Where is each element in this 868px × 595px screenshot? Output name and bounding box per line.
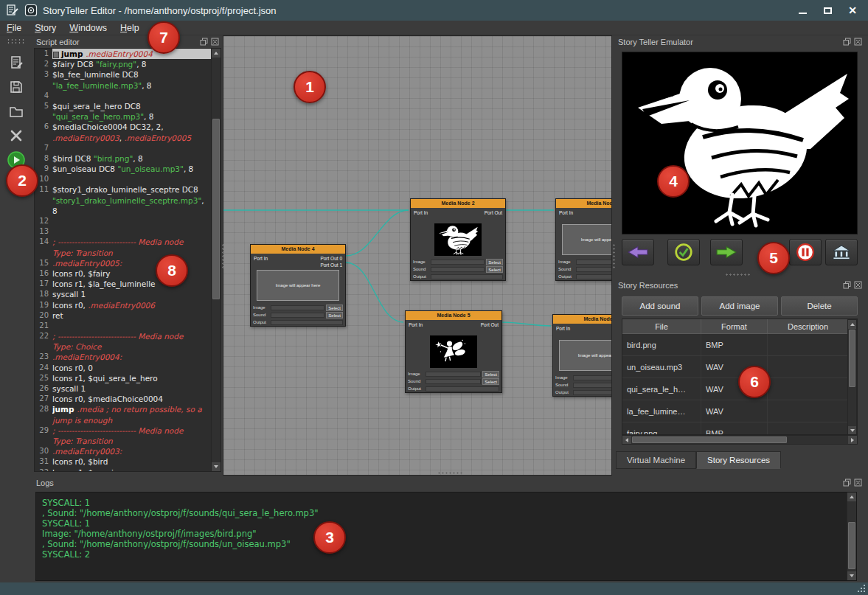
scroll-right-button[interactable] [848,436,857,444]
storyteller-editor-window: StoryTeller Editor - /home/anthony/ostpr… [0,0,868,595]
graph-node[interactable]: Media Node 2Port InPort OutImageSelectSo… [410,198,506,281]
port-out[interactable]: Port Out 0 [320,255,342,262]
table-row[interactable]: la_fee_lumine…WAV [622,400,857,422]
node-field-label: Image [408,372,424,376]
logs-output[interactable]: SYSCALL: 1, Sound: "/home/anthony/ostpro… [35,492,857,581]
window-title: StoryTeller Editor - /home/anthony/ostpr… [43,5,791,16]
port-in[interactable]: Port In [556,325,570,332]
node-field-row: SoundSelect [558,265,612,273]
graph-node[interactable]: Media Node 5Port InPort OutImageSelectSo… [405,310,502,393]
script-editor[interactable]: 1jump .mediaEntry00042$fairy DC8 "fairy.… [34,48,221,472]
tab-virtual-machine[interactable]: Virtual Machine [616,451,696,469]
close-button[interactable]: ✕ [846,4,859,16]
delete-button[interactable] [5,125,27,146]
open-project-button[interactable] [5,101,27,122]
scroll-left-button[interactable] [622,436,631,444]
code-text: "story1_drako_luminelle_sceptre.mp3", [52,195,211,206]
new-script-button[interactable] [5,52,27,73]
code-line: Type: Choice [35,341,211,352]
splitter-right-column[interactable] [725,273,750,276]
scroll-up-button[interactable] [848,320,856,329]
titlebar[interactable]: StoryTeller Editor - /home/anthony/ostpr… [0,0,868,21]
node-select-button[interactable]: Select [486,266,503,273]
line-number: 3 [35,69,52,80]
table-row[interactable]: bird.pngBMP [622,334,857,356]
node-title[interactable]: Media Node 3 [556,199,612,208]
table-vertical-scrollbar[interactable] [847,319,857,435]
column-header-description[interactable]: Description [768,319,849,333]
node-field-label: Image [558,260,574,264]
tab-story-resources[interactable]: Story Resources [696,451,781,469]
menu-windows[interactable]: Windows [63,22,114,34]
undock-icon[interactable] [843,281,851,289]
menu-story[interactable]: Story [28,22,63,34]
column-header-format[interactable]: Format [701,319,768,333]
resize-grip[interactable] [857,584,865,592]
code-text: syscall 1 [52,383,211,394]
undock-icon[interactable] [843,38,851,46]
code-line: 2$fairy DC8 "fairy.png", 8 [35,59,211,69]
add-image-button[interactable]: Add image [701,296,778,316]
scrollbar-thumb[interactable] [212,119,220,299]
toolbar-drag-handle[interactable] [7,38,26,44]
table-row[interactable]: fairy.pngBMP [622,422,857,435]
node-select-button[interactable]: Select [482,371,499,377]
graph-node[interactable]: Media Node 6Port InPort OutImage will ap… [552,314,612,397]
node-title[interactable]: Media Node 2 [411,199,505,208]
port-out[interactable]: Port Out [485,209,502,216]
close-panel-icon[interactable] [211,38,219,46]
node-title[interactable]: Media Node 5 [406,311,501,320]
menu-file[interactable]: File [0,22,28,34]
graph-node[interactable]: Media Node 4Port InPort Out 0Port Out 1I… [250,244,346,327]
delete-button[interactable]: Delete [781,296,858,316]
graph-node[interactable]: Media Node 3Port InPort OutImage will ap… [555,198,612,281]
scroll-down-button[interactable] [847,571,856,580]
save-button[interactable] [5,77,27,97]
minimize-button[interactable] [796,4,809,16]
script-editor-scrollbar[interactable] [211,49,221,471]
emulator-ok-button[interactable] [667,239,700,265]
undock-icon[interactable] [200,38,208,46]
scroll-down-button[interactable] [212,462,221,471]
node-select-button[interactable]: Select [486,259,503,265]
port-out[interactable]: Port Out 1 [320,262,342,268]
close-panel-icon[interactable] [854,281,862,289]
node-select-button[interactable]: Select [482,378,499,385]
close-panel-icon[interactable] [854,479,862,487]
close-panel-icon[interactable] [854,38,862,46]
table-horizontal-scrollbar[interactable] [622,435,858,445]
port-in[interactable]: Port In [414,209,428,216]
port-in[interactable]: Port In [559,209,573,216]
scrollbar-thumb[interactable] [632,436,787,443]
add-sound-button[interactable]: Add sound [622,296,698,316]
port-out[interactable]: Port Out [481,321,499,328]
emulator-pause-button[interactable] [789,239,822,265]
maximize-button[interactable] [821,4,834,16]
scrollbar-thumb[interactable] [849,330,855,387]
line-number: 18 [35,289,52,299]
node-title[interactable]: Media Node 4 [251,245,345,254]
code-line: 28jump .media ; no return possible, so a [35,404,211,414]
scroll-down-button[interactable] [848,426,856,435]
node-field-label: Sound [555,383,572,387]
port-in[interactable]: Port In [409,321,423,328]
emulator-next-button[interactable] [710,239,743,265]
port-in[interactable]: Port In [254,255,268,262]
scrollbar-thumb[interactable] [848,522,855,569]
node-graph-canvas[interactable]: Media Node 4Port InPort Out 0Port Out 1I… [223,35,612,476]
undock-icon[interactable] [843,479,851,487]
emulator-title: Story Teller Emulator [618,38,843,46]
node-field-label: Output [558,274,574,279]
menu-help[interactable]: Help [114,22,146,34]
node-select-button[interactable]: Select [326,312,343,319]
emulator-home-button[interactable] [825,239,858,265]
scroll-up-button[interactable] [212,49,221,58]
column-header-file[interactable]: File [622,319,701,333]
scroll-up-button[interactable] [847,493,856,501]
node-title[interactable]: Media Node 6 [553,315,612,324]
code-line: 8$bird DC8 "bird.png", 8 [35,153,211,164]
logs-scrollbar[interactable] [847,493,856,580]
emulator-prev-button[interactable] [622,239,654,265]
node-select-button[interactable]: Select [326,305,343,311]
splitter-right-of-canvas[interactable] [612,243,616,268]
